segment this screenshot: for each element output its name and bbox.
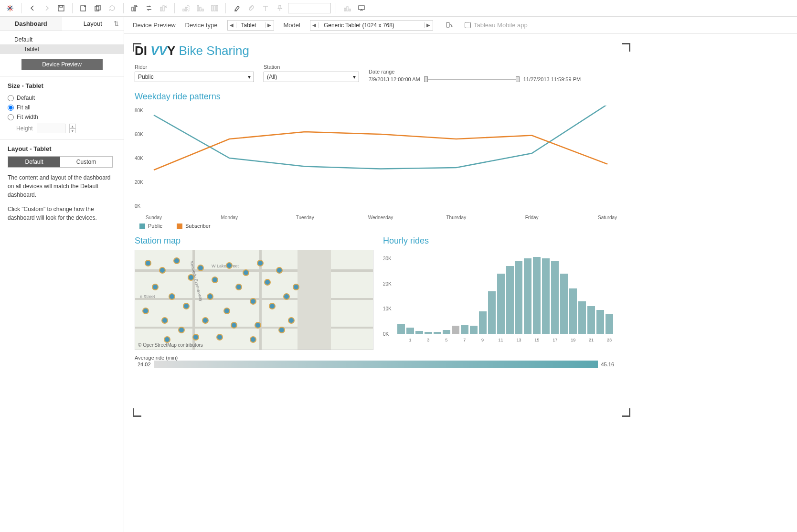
sort-asc-icon (180, 2, 192, 14)
height-spin-down[interactable]: ▼ (69, 128, 76, 133)
station-marker[interactable] (250, 336, 256, 343)
save-icon[interactable] (55, 2, 67, 14)
attach-icon (245, 2, 257, 14)
tab-dashboard[interactable]: Dashboard (0, 17, 62, 31)
model-prev-icon[interactable]: ◀ (310, 22, 319, 28)
station-marker[interactable] (173, 257, 180, 264)
show-me-icon (341, 2, 353, 14)
svg-rect-16 (185, 7, 187, 11)
station-marker[interactable] (188, 274, 194, 281)
rider-label: Rider (135, 64, 254, 70)
station-marker[interactable] (202, 317, 209, 324)
chart-legend: Public Subscriber (139, 223, 617, 229)
station-marker[interactable] (278, 327, 285, 333)
device-type-label: Device type (185, 21, 218, 29)
station-marker[interactable] (169, 293, 175, 300)
tableau-logo-icon[interactable] (4, 2, 16, 14)
station-marker[interactable] (255, 322, 261, 329)
swap-icon[interactable] (143, 2, 155, 14)
station-marker[interactable] (183, 303, 190, 309)
station-marker[interactable] (152, 284, 159, 290)
duplicate-sheet-icon[interactable] (92, 2, 104, 14)
new-sheet-icon[interactable] (77, 2, 90, 14)
left-sidebar: Dashboard Layout⇅ Default Tablet Device … (0, 17, 124, 532)
layout-custom-button[interactable]: Custom (60, 157, 112, 167)
station-marker[interactable] (243, 269, 249, 276)
mobile-app-checkbox[interactable]: Tableau Mobile app (465, 21, 528, 29)
content-area: Device Preview Device type ◀ Tablet ▶ Mo… (124, 17, 797, 532)
layout-section: Layout - Tablet Default Custom The conte… (0, 139, 124, 234)
map-title: Station map (135, 236, 373, 246)
rider-select[interactable]: Public▾ (135, 72, 254, 82)
slider-handle-left[interactable] (424, 76, 428, 82)
station-marker[interactable] (283, 293, 290, 300)
device-type-next-icon[interactable]: ▶ (265, 22, 274, 28)
svg-rect-10 (134, 6, 136, 11)
station-marker[interactable] (145, 260, 151, 266)
station-marker[interactable] (164, 336, 170, 343)
station-marker[interactable] (207, 293, 213, 300)
device-preview-button[interactable]: Device Preview (21, 59, 103, 70)
back-icon[interactable] (26, 2, 39, 14)
station-marker[interactable] (293, 284, 299, 290)
size-default-radio[interactable]: Default (8, 93, 116, 103)
hourly-title: Hourly rides (383, 236, 617, 246)
refresh-icon (106, 2, 118, 14)
avg-ride-bar: 24.02 45.16 (135, 361, 617, 368)
station-marker[interactable] (288, 317, 295, 324)
slider-handle-right[interactable] (516, 76, 520, 82)
layout-help2: Click "Custom" to change how the dashboa… (8, 205, 116, 222)
chevron-down-icon: ▾ (248, 74, 251, 80)
layout-help1: The content and layout of the dashboard … (8, 173, 116, 199)
station-marker[interactable] (161, 317, 168, 324)
station-marker[interactable] (264, 279, 271, 286)
pin-icon (274, 2, 286, 14)
device-tree-default[interactable]: Default (0, 35, 124, 44)
presentation-icon[interactable] (355, 2, 368, 14)
station-marker[interactable] (257, 260, 264, 266)
avg-ride-label: Average ride (min) (135, 355, 617, 361)
station-marker[interactable] (142, 308, 149, 314)
height-spin-up[interactable]: ▲ (69, 124, 76, 128)
layout-default-button[interactable]: Default (8, 157, 60, 167)
station-marker[interactable] (197, 265, 204, 271)
text-icon (259, 2, 272, 14)
svg-rect-21 (212, 5, 213, 11)
forward-icon (41, 2, 53, 14)
station-marker[interactable] (276, 267, 283, 274)
station-select[interactable]: (All)▾ (264, 72, 359, 82)
station-marker[interactable] (192, 334, 199, 340)
frame-corner (133, 408, 141, 417)
device-type-select[interactable]: ◀ Tablet ▶ (227, 20, 274, 31)
station-marker[interactable] (250, 298, 256, 305)
highlight-icon[interactable] (231, 2, 243, 14)
svg-rect-17 (188, 5, 189, 11)
toolbar-search-input[interactable] (288, 3, 331, 13)
station-marker[interactable] (212, 277, 218, 283)
tab-layout[interactable]: Layout⇅ (62, 17, 124, 31)
hourly-bar-chart[interactable]: 0K10K20K30K1357911131517192123 (383, 250, 617, 345)
station-marker[interactable] (216, 334, 223, 340)
rotate-icon[interactable] (443, 19, 455, 32)
station-marker[interactable] (178, 327, 185, 333)
station-marker[interactable] (235, 284, 242, 290)
svg-rect-4 (58, 5, 64, 11)
map-credit: © OpenStreetMap contributors (138, 342, 203, 348)
station-marker[interactable] (269, 303, 276, 309)
date-slider[interactable] (424, 79, 520, 80)
station-marker[interactable] (231, 322, 237, 329)
weekday-line-chart[interactable]: 0K20K40K60K80KSundayMondayTuesdayWednesd… (135, 106, 612, 220)
new-worksheet-icon[interactable] (128, 2, 141, 14)
station-marker[interactable] (226, 262, 233, 269)
size-fitwidth-radio[interactable]: Fit width (8, 112, 116, 122)
frame-corner (622, 408, 630, 417)
model-next-icon[interactable]: ▶ (424, 22, 433, 28)
device-type-prev-icon[interactable]: ◀ (228, 22, 236, 28)
station-marker[interactable] (223, 308, 230, 314)
station-map[interactable]: W Lake Street n Street Kennedy Expresswa… (135, 250, 373, 350)
station-marker[interactable] (159, 267, 166, 274)
size-fitall-radio[interactable]: Fit all (8, 103, 116, 112)
height-input[interactable] (37, 124, 65, 133)
device-tree-tablet[interactable]: Tablet (0, 44, 124, 54)
model-select[interactable]: ◀ Generic Tablet (1024 x 768) ▶ (310, 20, 433, 31)
